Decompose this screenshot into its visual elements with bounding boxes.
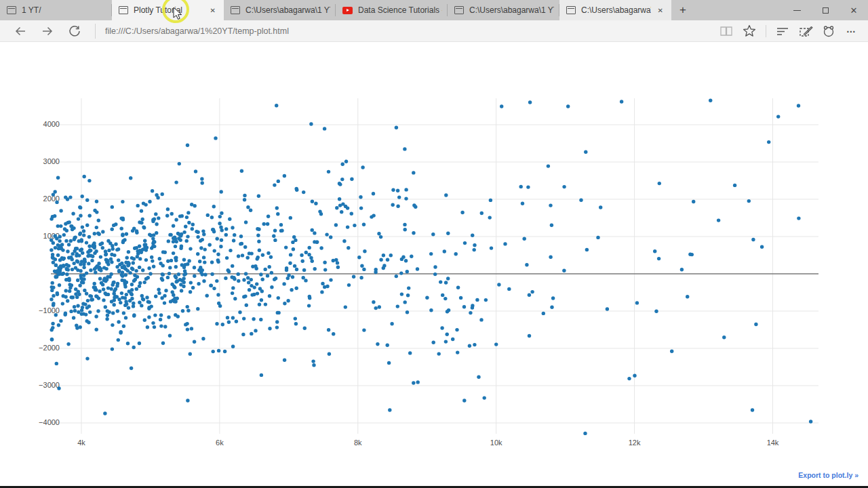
tab-title: C:\Users\abagarwa\1 Y1 <box>581 5 651 15</box>
tab-1-yt[interactable]: 1 YT/ <box>0 0 112 20</box>
url-text: file:///C:/Users/abagarwa/1%20YT/temp-pl… <box>105 26 289 36</box>
youtube-icon <box>342 7 353 14</box>
hub-lines-icon <box>776 25 789 37</box>
svg-text:−4000: −4000 <box>39 418 60 426</box>
svg-text:4000: 4000 <box>43 120 60 128</box>
share-icon <box>822 24 835 38</box>
toolbar-actions: ⋯ <box>713 20 861 42</box>
minimize-icon <box>793 10 801 11</box>
more-dots-icon: ⋯ <box>846 26 857 37</box>
svg-text:−2000: −2000 <box>39 344 60 352</box>
more-options-button[interactable]: ⋯ <box>842 20 861 42</box>
page-icon <box>566 6 576 14</box>
page-icon <box>7 6 16 14</box>
scatter-plot[interactable]: 4k6k8k10k12k14k−4000−3000−2000−100001000… <box>0 42 868 483</box>
tab-file-temp-3[interactable]: C:\Users\abagarwa\1 Y1 ✕ <box>559 0 671 20</box>
tab-plotly-tutorial[interactable]: Plotly Tutorial ✕ <box>112 0 224 20</box>
refresh-button[interactable] <box>61 20 88 42</box>
browser-tab-bar: 1 YT/ Plotly Tutorial ✕ C:\Users\abagarw… <box>0 0 868 20</box>
new-tab-button[interactable]: + <box>671 0 694 20</box>
reading-view-book-icon <box>719 25 733 37</box>
svg-text:10k: 10k <box>490 439 502 447</box>
restore-button[interactable] <box>811 0 840 20</box>
tab-close-icon[interactable]: ✕ <box>208 5 218 16</box>
tab-title: Plotly Tutorial <box>134 5 203 15</box>
refresh-icon <box>68 24 81 38</box>
forward-button[interactable] <box>34 20 61 42</box>
tab-youtube-data-science[interactable]: Data Science Tutorials - You <box>336 0 448 20</box>
browser-toolbar: file:///C:/Users/abagarwa/1%20YT/temp-pl… <box>0 20 868 42</box>
reading-view-button[interactable] <box>717 20 736 42</box>
minimize-button[interactable] <box>783 0 811 20</box>
window-controls: ✕ <box>783 0 868 20</box>
address-bar[interactable]: file:///C:/Users/abagarwa/1%20YT/temp-pl… <box>95 24 713 39</box>
tab-title: C:\Users\abagarwa\1 YT\ter <box>245 5 330 15</box>
page-content: 4k6k8k10k12k14k−4000−3000−2000−100001000… <box>0 42 868 486</box>
toolbar-divider <box>766 25 766 37</box>
web-note-pen-icon <box>799 24 813 38</box>
web-note-button[interactable] <box>796 20 815 42</box>
back-arrow-icon <box>14 24 27 38</box>
svg-text:6k: 6k <box>216 439 224 447</box>
back-button[interactable] <box>7 20 34 42</box>
tab-title: 1 YT/ <box>22 5 106 15</box>
page-icon <box>119 6 128 14</box>
star-icon <box>743 24 756 38</box>
page-icon <box>231 6 240 14</box>
tab-file-temp-2[interactable]: C:\Users\abagarwa\1 YT\ter <box>448 0 559 20</box>
svg-text:12k: 12k <box>629 439 641 447</box>
svg-text:8k: 8k <box>354 439 362 447</box>
tab-close-icon[interactable]: ✕ <box>655 5 666 16</box>
page-icon <box>454 6 464 14</box>
share-button[interactable] <box>819 20 838 42</box>
favorites-button[interactable] <box>740 20 759 42</box>
svg-text:4k: 4k <box>77 439 85 447</box>
close-button[interactable]: ✕ <box>840 0 868 20</box>
tab-title: C:\Users\abagarwa\1 YT\ter <box>469 5 554 15</box>
svg-text:3000: 3000 <box>43 157 60 165</box>
tab-file-temp-1[interactable]: C:\Users\abagarwa\1 YT\ter <box>224 0 336 20</box>
forward-arrow-icon <box>41 24 54 38</box>
svg-text:−3000: −3000 <box>39 381 60 389</box>
tab-title: Data Science Tutorials - You <box>358 5 442 15</box>
close-icon: ✕ <box>850 6 858 15</box>
hub-button[interactable] <box>773 20 792 42</box>
restore-icon <box>823 7 829 14</box>
svg-text:14k: 14k <box>767 439 779 447</box>
export-to-plotly-link[interactable]: Export to plot.ly » <box>798 471 859 479</box>
